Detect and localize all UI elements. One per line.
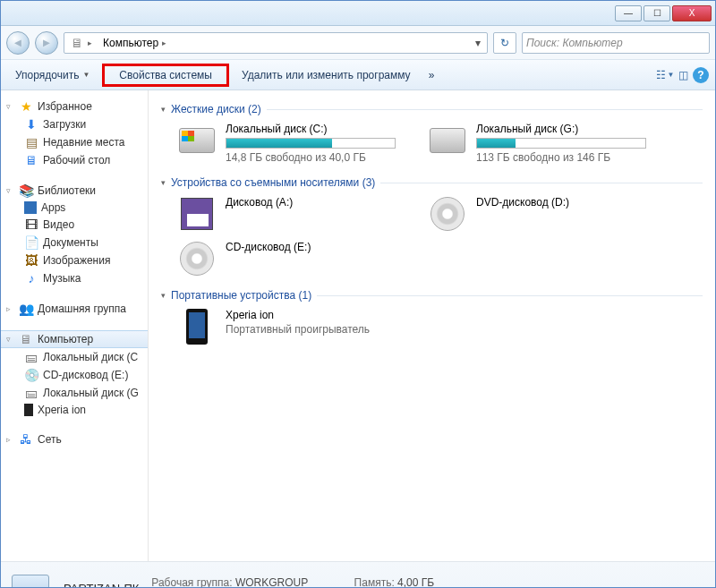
category-label: Устройства со съемными носителями (3) [171,176,375,189]
drive-name: Дисковод (A:) [226,196,410,209]
sidebar-item-xperia[interactable]: Xperia ion [1,402,148,418]
sidebar-item-drive-g[interactable]: 🖴Локальный диск (G [1,384,148,402]
sidebar-item-label: Недавние места [43,136,124,149]
phone-icon [24,404,33,416]
category-removable[interactable]: ▾ Устройства со съемными носителями (3) [161,176,703,189]
refresh-button[interactable]: ↻ [493,32,516,54]
category-portable[interactable]: ▾ Портативные устройства (1) [161,289,703,302]
address-segment-computer[interactable]: Компьютер ▸ [98,33,172,53]
organize-label: Упорядочить [15,69,79,81]
music-icon: ♪ [24,271,38,285]
collapse-icon: ▾ [161,105,166,114]
computer-group: ▿ 🖥 Компьютер 🖴Локальный диск (C 💿CD-дис… [1,330,148,418]
expand-icon: ▹ [6,304,14,313]
sidebar-item-documents[interactable]: 📄Документы [1,234,148,251]
sidebar-item-label: Локальный диск (G [43,387,139,399]
phone-icon [177,309,217,345]
drive-name: DVD-дисковод (D:) [476,196,661,209]
expand-icon: ▹ [6,435,14,444]
divider [317,295,703,296]
libraries-header[interactable]: ▿ 📚 Библиотеки [1,182,148,200]
computer-label: Компьютер [38,333,93,345]
help-icon: ? [693,67,709,83]
floppy-icon [177,196,217,232]
sidebar-item-label: CD-дисковод (E:) [43,369,128,381]
forward-button[interactable]: ► [35,31,58,55]
memory-label: Память: [354,576,395,589]
expand-icon: ▿ [6,102,14,111]
help-button[interactable]: ? [692,66,710,84]
workgroup-label: Рабочая группа: [151,576,232,589]
usage-bar [476,138,646,149]
maximize-button[interactable]: ☐ [644,5,670,21]
computer-icon: 🖥 [19,332,33,346]
sidebar-item-apps[interactable]: Apps [1,200,148,216]
homegroup-header[interactable]: ▹ 👥 Домашняя группа [1,300,148,318]
expand-icon: ▿ [6,335,14,344]
search-placeholder: Поиск: Компьютер [526,37,623,49]
usage-bar [226,138,396,149]
sidebar-item-recent[interactable]: ▤Недавние места [1,133,148,151]
downloads-icon: ⬇ [24,117,38,132]
details-pane: PARTIZAN-ПК Рабочая группа: WORKGROUP Пр… [1,561,715,588]
back-button[interactable]: ◄ [6,31,30,55]
close-button[interactable]: X [672,5,712,21]
recent-icon: ▤ [24,135,38,149]
homegroup-icon: 👥 [19,302,33,316]
drive-c[interactable]: Локальный диск (C:) 14,8 ГБ свободно из … [177,123,410,164]
drive-d[interactable]: DVD-дисковод (D:) [428,196,661,232]
pictures-icon: 🖼 [24,253,38,268]
video-icon: 🎞 [24,217,38,232]
desktop-icon: 🖥 [24,153,38,167]
network-group: ▹ 🖧 Сеть [1,430,148,448]
libraries-group: ▿ 📚 Библиотеки Apps 🎞Видео 📄Документы 🖼И… [1,182,148,287]
overflow-label: » [429,69,435,81]
category-hdd[interactable]: ▾ Жесткие диски (2) [161,103,703,115]
sidebar-item-drive-c[interactable]: 🖴Локальный диск (C [1,348,148,366]
sidebar-item-video[interactable]: 🎞Видео [1,216,148,234]
view-options-button[interactable]: ☷ ▼ [656,66,674,84]
libraries-icon: 📚 [19,183,33,198]
sidebar-item-label: Изображения [43,254,110,267]
drive-g[interactable]: Локальный диск (G:) 113 ГБ свободно из 1… [428,123,661,164]
device-name: Xperia ion [226,309,410,321]
category-label: Жесткие диски (2) [171,103,261,115]
items-view: ▾ Жесткие диски (2) Локальный диск (C:) … [149,90,715,561]
favorites-group: ▿ ★ Избранное ⬇Загрузки ▤Недавние места … [1,98,148,169]
uninstall-label: Удалить или изменить программу [242,69,411,81]
system-properties-button[interactable]: Свойства системы [102,64,229,87]
documents-icon: 📄 [24,235,38,250]
workgroup-value: WORKGROUP [235,576,308,589]
sidebar-item-label: Загрузки [43,118,86,131]
address-dropdown[interactable]: ▾ [469,37,487,49]
computer-header[interactable]: ▿ 🖥 Компьютер [1,330,148,348]
search-input[interactable]: Поиск: Компьютер [522,32,710,54]
drive-a[interactable]: Дисковод (A:) [177,196,410,232]
sidebar-item-music[interactable]: ♪Музыка [1,269,148,287]
preview-pane-button[interactable]: ◫ [674,66,692,84]
address-root[interactable]: 🖥 ▸ [64,33,98,53]
sidebar-item-drive-e[interactable]: 💿CD-дисковод (E:) [1,366,148,384]
toolbar-overflow[interactable]: » [420,64,444,87]
navigation-pane: ▿ ★ Избранное ⬇Загрузки ▤Недавние места … [1,90,149,561]
sidebar-item-desktop[interactable]: 🖥Рабочий стол [1,151,148,169]
collapse-icon: ▾ [161,291,166,300]
sidebar-item-pictures[interactable]: 🖼Изображения [1,251,148,269]
homegroup-group: ▹ 👥 Домашняя группа [1,300,148,318]
memory-value: 4,00 ГБ [397,576,434,589]
address-bar[interactable]: 🖥 ▸ Компьютер ▸ ▾ [64,32,488,54]
cd-icon [177,241,217,277]
uninstall-button[interactable]: Удалить или изменить программу [233,64,420,87]
minimize-button[interactable]: — [615,5,642,21]
sidebar-item-downloads[interactable]: ⬇Загрузки [1,115,148,133]
cd-icon: 💿 [24,368,38,382]
organize-menu[interactable]: Упорядочить ▼ [6,64,98,87]
computer-icon: 🖥 [70,36,84,50]
hdd-icon [177,123,217,158]
network-header[interactable]: ▹ 🖧 Сеть [1,430,148,448]
category-label: Портативные устройства (1) [171,289,311,302]
favorites-header[interactable]: ▿ ★ Избранное [1,98,148,115]
drive-e[interactable]: CD-дисковод (E:) [177,241,410,277]
device-xperia[interactable]: Xperia ion Портативный проигрыватель [177,309,410,345]
command-toolbar: Упорядочить ▼ Свойства системы Удалить и… [1,60,715,90]
